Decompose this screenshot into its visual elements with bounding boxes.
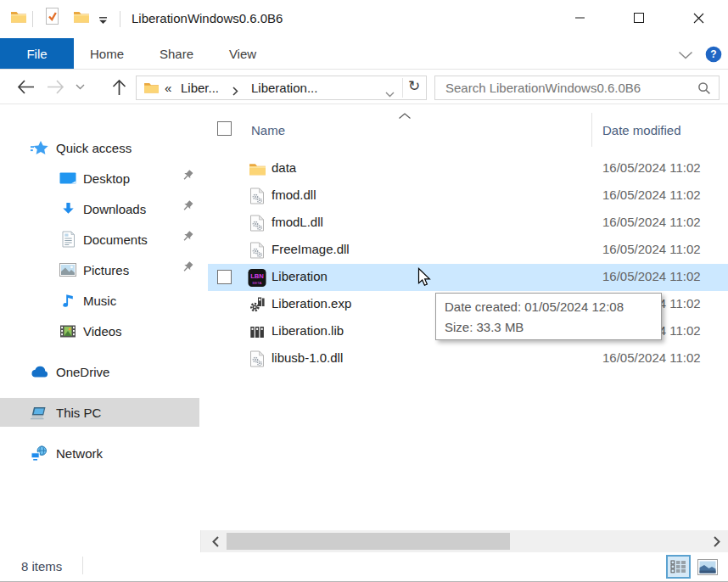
dll-file-icon [248,214,266,232]
sidebar-item-label: Downloads [83,202,146,216]
liberation-app-icon: LBNBETA [248,268,266,287]
sidebar-item-pictures[interactable]: Pictures [0,255,199,284]
folder-icon [248,159,266,178]
back-icon[interactable] [13,75,38,99]
file-info-tooltip: Date created: 01/05/2024 12:08 Size: 33.… [435,293,662,340]
tab-file[interactable]: File [0,38,74,69]
file-date-modified: 16/05/2024 11:02 [602,242,701,256]
breadcrumb-collapsed-marker[interactable]: « [165,76,171,99]
desktop-icon [59,169,77,187]
column-divider[interactable] [591,113,592,147]
file-row[interactable]: libusb-1.0.dll 16/05/2024 11:02 [208,345,728,372]
sidebar-item-label: Pictures [83,263,129,277]
tooltip-size: Size: 33.3 MB [445,317,652,338]
pictures-icon [59,260,77,279]
details-view-button[interactable] [666,555,691,579]
svg-text:BETA: BETA [253,280,262,284]
sidebar-item-network[interactable]: Network [0,439,199,467]
file-name: Liberation [272,269,328,283]
quick-access-star-icon [30,138,48,157]
sidebar-item-downloads[interactable]: Downloads [0,194,199,223]
column-header-name[interactable]: Name [251,123,285,137]
file-explorer-window: LiberationWindows0.6.0B6 File Home Share… [0,0,728,582]
pin-icon [181,199,194,216]
search-icon[interactable] [697,81,711,98]
sidebar-item-documents[interactable]: Documents [0,225,199,254]
sidebar-item-label: Documents [83,232,148,247]
column-header-date-modified[interactable]: Date modified [602,123,681,137]
sidebar-item-this-pc[interactable]: This PC [0,398,199,427]
item-count: 8 items [21,559,62,574]
file-row[interactable]: data 16/05/2024 11:02 [208,155,728,182]
sidebar-item-label: Music [83,294,116,308]
sidebar-item-videos[interactable]: Videos [0,316,199,345]
close-button[interactable] [679,0,718,36]
sidebar-item-onedrive[interactable]: OneDrive [0,357,199,386]
tab-share[interactable]: Share [151,38,202,69]
sidebar-item-label: This PC [56,406,101,420]
maximize-button[interactable] [619,0,658,36]
address-separator [402,78,403,98]
recent-locations-chevron-icon[interactable] [71,75,88,99]
minimize-button[interactable] [561,0,600,36]
sidebar-item-quick-access[interactable]: Quick access [0,133,199,162]
search-input[interactable] [445,77,692,98]
breadcrumb-item[interactable]: Liber... [181,76,219,99]
file-name: fmod.dll [272,187,316,202]
file-name: libusb-1.0.dll [272,350,343,365]
dll-file-icon [248,350,266,368]
collapse-ribbon-chevron-icon[interactable] [678,49,693,62]
pin-icon [181,260,194,277]
file-name: FreeImage.dll [272,242,350,256]
exp-file-icon [248,295,266,314]
explorer-folder-icon [10,10,27,27]
file-date-modified: 16/05/2024 11:02 [602,215,701,229]
address-dropdown-chevron-icon[interactable] [385,86,395,101]
status-separator [82,557,83,574]
file-row[interactable]: fmodL.dll 16/05/2024 11:02 [208,210,728,237]
file-date-modified: 16/05/2024 11:02 [602,187,701,202]
forward-icon[interactable] [42,75,68,99]
breadcrumb-item[interactable]: Liberation... [251,76,317,99]
horizontal-scrollbar[interactable] [200,530,728,552]
file-row[interactable]: FreeImage.dll 16/05/2024 11:02 [208,237,728,264]
lib-file-icon [248,322,266,341]
file-date-modified: 16/05/2024 11:02 [602,160,701,175]
address-bar[interactable]: « Liber... Liberation... ↻ [136,76,427,100]
onedrive-icon [30,362,48,381]
tab-home[interactable]: Home [81,38,132,69]
downloads-icon [59,199,77,218]
sidebar-item-desktop[interactable]: Desktop [0,164,199,193]
file-row[interactable]: fmod.dll 16/05/2024 11:02 [208,182,728,210]
file-date-modified: 16/05/2024 11:02 [602,350,701,365]
new-folder-icon[interactable] [73,10,90,26]
up-icon[interactable] [106,75,132,99]
scroll-left-icon[interactable] [206,530,225,552]
sidebar-item-label: Desktop [83,171,130,186]
documents-icon [59,230,77,249]
titlebar: LiberationWindows0.6.0B6 [0,0,728,38]
pin-icon [181,230,194,247]
scroll-right-icon[interactable] [708,530,726,552]
scrollbar-thumb[interactable] [227,533,510,550]
svg-text:?: ? [710,48,716,60]
help-icon[interactable]: ? [705,46,722,65]
properties-check-icon[interactable] [44,7,60,28]
tab-view[interactable]: View [219,38,266,69]
mouse-cursor [417,267,432,291]
select-all-checkbox[interactable] [217,121,232,136]
customize-qat-chevron-icon[interactable] [98,14,108,27]
music-icon [59,291,77,310]
status-bar: 8 items [0,552,728,581]
file-name: Liberation.exp [272,296,351,311]
sidebar-item-label: Network [56,446,103,461]
thumbnails-view-button[interactable] [695,555,720,579]
refresh-icon[interactable]: ↻ [408,77,420,94]
svg-text:LBN: LBN [250,272,264,280]
file-row-selected[interactable]: LBNBETA Liberation 16/05/2024 11:02 [208,264,728,291]
dll-file-icon [248,241,266,260]
row-checkbox[interactable] [217,270,232,284]
sidebar-item-music[interactable]: Music [0,286,199,315]
breadcrumb-chevron-icon[interactable] [232,84,238,99]
sidebar-item-label: OneDrive [56,365,109,379]
